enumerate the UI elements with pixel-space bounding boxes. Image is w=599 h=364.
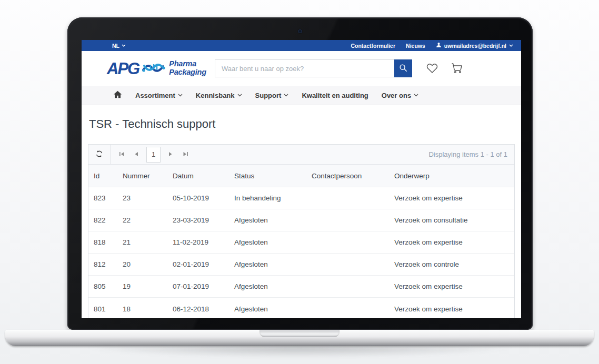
account-menu[interactable]: uwmailadres@bedrijf.nl	[436, 42, 513, 49]
page-content: TSR - Technisch support	[82, 117, 521, 318]
previous-page-icon	[134, 150, 138, 158]
cell-nummer: 22	[117, 216, 167, 224]
cell-nummer: 20	[117, 260, 167, 268]
table-row[interactable]: 818 21 11-02-2019 Afgesloten Verzoek om …	[88, 231, 514, 254]
webcam-icon	[298, 29, 302, 33]
language-selector[interactable]: NL	[112, 43, 126, 49]
table-row[interactable]: 801 18 06-12-2018 Afgesloten Verzoek om …	[88, 298, 514, 318]
refresh-button[interactable]	[88, 145, 111, 164]
nav-item-label: Over ons	[382, 92, 411, 99]
nav-item-label: Assortiment	[135, 92, 175, 99]
cell-nummer: 21	[117, 238, 167, 246]
column-header-contactpersoon[interactable]: Contactpersoon	[306, 172, 389, 180]
tsr-grid: 1 Displaying items 1 - 1 of 1 Id Nummer	[88, 144, 515, 318]
chevron-down-icon	[178, 94, 183, 97]
table-row[interactable]: 812 20 02-01-2019 Afgesloten Verzoek om …	[88, 254, 514, 276]
table-row[interactable]: 822 22 23-03-2019 Afgesloten Verzoek om …	[88, 209, 514, 231]
cell-status: Afgesloten	[229, 305, 306, 313]
grid-toolbar: 1 Displaying items 1 - 1 of 1	[88, 145, 514, 165]
table-row[interactable]: 823 23 05-10-2019 In behandeling Verzoek…	[88, 187, 514, 209]
cell-nummer: 23	[117, 194, 167, 202]
current-page-indicator: 1	[146, 147, 161, 163]
nav-item-support[interactable]: Support	[255, 92, 289, 99]
cell-status: Afgesloten	[229, 260, 306, 268]
logo-tagline-line2: Packaging	[169, 68, 206, 77]
site-header: APG Pharma Packaging	[82, 51, 521, 86]
cell-nummer: 18	[117, 305, 167, 313]
cell-onderwerp: Verzoek om expertise	[389, 238, 514, 246]
page-title: TSR - Technisch support	[89, 117, 515, 131]
first-page-button[interactable]	[115, 148, 128, 161]
cell-datum: 02-01-2019	[167, 260, 229, 268]
cell-onderwerp: Verzoek om controle	[389, 260, 514, 268]
search-button[interactable]	[394, 59, 412, 77]
account-email: uwmailadres@bedrijf.nl	[444, 43, 506, 49]
cell-id: 823	[88, 194, 117, 202]
dna-helix-icon	[142, 59, 165, 77]
cell-onderwerp: Verzoek om expertise	[389, 194, 514, 202]
laptop-shadow	[37, 347, 562, 361]
main-navigation: Assortiment Kennisbank Support Kwaliteit…	[82, 86, 521, 105]
search-input[interactable]	[215, 59, 394, 77]
cell-onderwerp: Verzoek om expertise	[389, 282, 514, 290]
column-header-status[interactable]: Status	[229, 172, 306, 180]
cell-datum: 23-03-2019	[167, 216, 229, 224]
nav-item-label: Kwaliteit en auditing	[302, 92, 368, 99]
previous-page-button[interactable]	[129, 148, 143, 161]
column-header-nummer[interactable]: Nummer	[117, 172, 167, 180]
nav-item-assortiment[interactable]: Assortiment	[135, 92, 183, 99]
laptop-lid-notch	[259, 330, 340, 337]
cell-id: 822	[88, 216, 117, 224]
nav-home[interactable]	[113, 90, 122, 100]
laptop-lid: NL Contactformulier Nieuws uwmailadres@b…	[67, 17, 533, 330]
top-utility-bar: NL Contactformulier Nieuws uwmailadres@b…	[82, 40, 521, 51]
nav-item-label: Support	[255, 92, 282, 99]
cell-datum: 07-01-2019	[167, 282, 229, 290]
home-icon	[113, 92, 122, 100]
cart-button[interactable]	[450, 62, 463, 76]
language-label: NL	[112, 43, 119, 49]
logo-brand-text: APG	[107, 60, 139, 77]
laptop-screen: NL Contactformulier Nieuws uwmailadres@b…	[82, 40, 521, 318]
nav-item-label: Kennisbank	[196, 92, 235, 99]
cell-status: Afgesloten	[229, 238, 306, 246]
cell-nummer: 19	[117, 282, 167, 290]
topbar-link-contactformulier[interactable]: Contactformulier	[351, 43, 395, 49]
nav-item-kennisbank[interactable]: Kennisbank	[196, 92, 242, 99]
cell-status: Afgesloten	[229, 216, 306, 224]
chevron-down-icon	[237, 94, 242, 97]
search-icon	[399, 64, 407, 74]
chevron-down-icon	[509, 44, 513, 47]
shopping-cart-icon	[450, 62, 463, 76]
chevron-down-icon	[284, 94, 288, 97]
user-icon	[436, 42, 442, 49]
nav-item-kwaliteit-en-auditing[interactable]: Kwaliteit en auditing	[302, 92, 368, 99]
cell-id: 818	[88, 238, 117, 246]
table-row[interactable]: 805 19 07-01-2019 Afgesloten Verzoek om …	[88, 276, 514, 298]
logo-tagline-line1: Pharma	[169, 60, 206, 68]
topbar-link-nieuws[interactable]: Nieuws	[406, 43, 425, 49]
last-page-icon	[183, 150, 188, 158]
wishlist-button[interactable]	[426, 62, 438, 75]
cell-datum: 05-10-2019	[167, 194, 229, 202]
chevron-down-icon	[414, 94, 418, 97]
column-header-datum[interactable]: Datum	[167, 172, 229, 180]
cell-datum: 11-02-2019	[167, 238, 229, 246]
refresh-icon	[95, 150, 103, 159]
grid-status-text: Displaying items 1 - 1 of 1	[428, 150, 507, 158]
column-header-id[interactable]: Id	[88, 172, 117, 180]
table-header-row: Id Nummer Datum Status Contactpersoon On…	[88, 165, 514, 187]
cell-id: 812	[88, 260, 117, 268]
cell-datum: 06-12-2018	[167, 305, 229, 313]
cell-id: 801	[88, 305, 117, 313]
company-logo[interactable]: APG Pharma Packaging	[107, 59, 206, 77]
heart-icon	[426, 62, 438, 75]
nav-item-over-ons[interactable]: Over ons	[382, 92, 418, 99]
next-page-button[interactable]	[164, 148, 177, 161]
cell-status: Afgesloten	[229, 282, 306, 290]
column-header-onderwerp[interactable]: Onderwerp	[389, 172, 514, 180]
first-page-icon	[119, 150, 125, 158]
cell-onderwerp: Verzoek om expertise	[389, 305, 514, 313]
last-page-button[interactable]	[178, 148, 192, 161]
next-page-icon	[168, 150, 173, 158]
